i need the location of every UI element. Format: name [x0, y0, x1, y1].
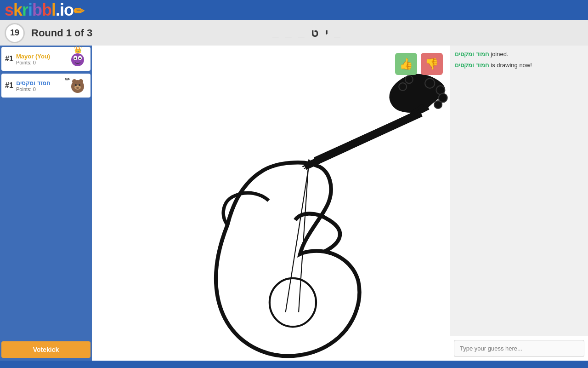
chat-messages: חמוד ומקסים joined. חמוד ומקסים is drawi… — [450, 46, 588, 336]
player-rank: #1 — [5, 55, 16, 63]
avatar: ✏ — [68, 76, 87, 95]
drawing-canvas[interactable] — [92, 46, 450, 361]
header: skribbl.io✏ — [0, 0, 588, 20]
logo-r: r — [22, 0, 28, 19]
svg-point-12 — [270, 278, 316, 327]
player-item: #1 חמוד ומקסים Points: 0 ✏ — [1, 74, 90, 98]
player-points: Points: 0 — [16, 86, 68, 92]
pencil-drawing-icon: ✏ — [65, 75, 70, 83]
chat-sender: חמוד ומקסים — [455, 62, 489, 69]
chat-panel: חמוד ומקסים joined. חמוד ומקסים is drawi… — [450, 46, 588, 361]
svg-line-13 — [303, 111, 416, 167]
round-bar: 19 Round 1 of 3 _ _ _ י ט _ — [0, 20, 588, 46]
chat-sender: חמוד ומקסים — [455, 51, 489, 58]
logo-dot-io: .io — [56, 0, 74, 19]
votekick-button[interactable]: Votekick — [1, 341, 90, 358]
svg-point-22 — [399, 83, 407, 91]
vote-buttons: 👍 👎 — [395, 53, 443, 75]
player-name: Mayor (You) — [16, 53, 68, 60]
chat-message: חמוד ומקסים is drawing now! — [455, 61, 583, 69]
svg-line-14 — [304, 114, 418, 169]
svg-point-3 — [74, 58, 76, 59]
logo-b2: b — [42, 0, 51, 19]
svg-point-7 — [79, 79, 83, 84]
svg-point-11 — [76, 87, 79, 89]
svg-point-20 — [434, 101, 442, 109]
chat-input[interactable] — [454, 340, 584, 357]
svg-point-0 — [71, 53, 84, 66]
logo-i: i — [28, 0, 32, 19]
player-name: חמוד ומקסים — [16, 80, 68, 86]
main-content: #1 Mayor (You) Points: 0 👑 — [0, 46, 588, 361]
chat-message: חמוד ומקסים joined. — [455, 50, 583, 58]
player-info: חמוד ומקסים Points: 0 — [16, 80, 68, 92]
crown-icon: 👑 — [74, 46, 82, 53]
svg-point-9 — [75, 84, 77, 86]
player-info: Mayor (You) Points: 0 — [16, 53, 68, 65]
chat-text: joined. — [491, 51, 508, 58]
pencil-icon: ✏ — [74, 4, 84, 18]
svg-point-4 — [79, 58, 81, 59]
player-rank: #1 — [5, 81, 16, 90]
svg-point-6 — [72, 79, 77, 84]
players-panel: #1 Mayor (You) Points: 0 👑 — [0, 46, 92, 361]
dislike-button[interactable]: 👎 — [421, 53, 443, 75]
svg-point-10 — [79, 84, 80, 86]
logo-k: k — [13, 0, 22, 19]
round-text: Round 1 of 3 — [31, 27, 170, 39]
svg-point-21 — [405, 75, 413, 83]
player-points: Points: 0 — [16, 60, 68, 65]
logo: skribbl.io✏ — [5, 2, 84, 18]
canvas-area: 👍 👎 — [92, 46, 450, 361]
svg-point-17 — [425, 79, 435, 88]
logo-s: s — [5, 0, 13, 19]
player-item: #1 Mayor (You) Points: 0 👑 — [1, 47, 90, 71]
timer: 19 — [5, 23, 25, 43]
chat-input-area — [450, 336, 588, 361]
chat-text: is drawing now! — [491, 62, 532, 69]
logo-b1: b — [32, 0, 42, 19]
avatar: 👑 — [68, 50, 87, 68]
player-avatar-svg — [68, 76, 87, 95]
logo-l: l — [51, 0, 56, 19]
word-hint: _ _ _ י ט _ — [170, 27, 446, 40]
like-button[interactable]: 👍 — [395, 53, 417, 75]
